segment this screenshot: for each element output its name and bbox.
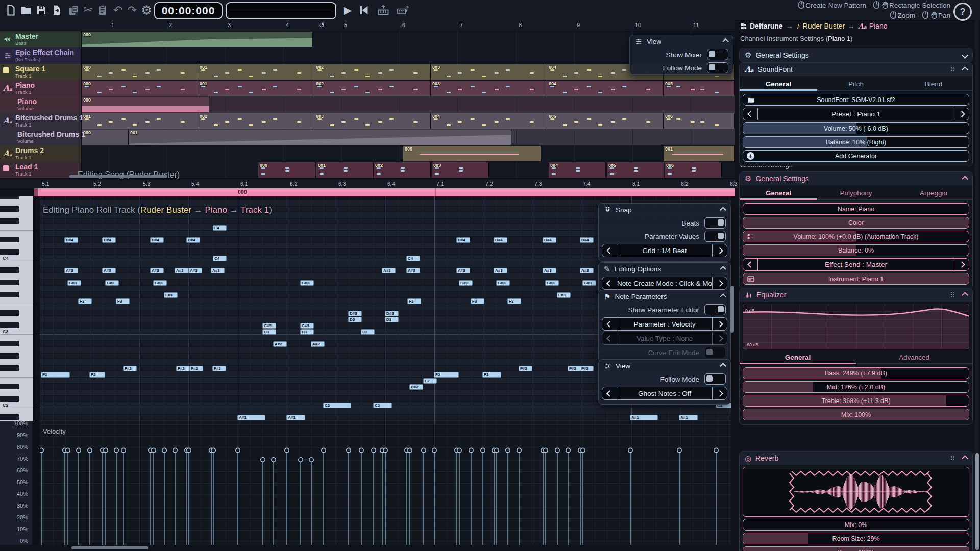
piano-key-black[interactable] <box>0 196 19 199</box>
pattern-clip[interactable]: 000 <box>82 97 209 112</box>
song-editor-timeline[interactable]: 1234567891011↺ <box>0 20 735 31</box>
stepper-prev-button[interactable] <box>602 387 617 399</box>
piano-roll-note[interactable]: C4 <box>406 256 420 261</box>
seek-bar[interactable] <box>226 2 336 19</box>
pattern-clip[interactable]: 005 <box>607 162 664 178</box>
track-clip-lane[interactable]: 000001002003004005 <box>82 80 735 96</box>
piano-roll-note[interactable]: A#3 <box>382 268 396 273</box>
typing-keyboard-button[interactable] <box>395 2 410 18</box>
slider-bass[interactable]: Bass: 249% (+7.9 dB) <box>743 367 969 379</box>
skip-to-start-button[interactable] <box>356 2 372 18</box>
stepper[interactable]: Note Create Mode : Click & Move <box>602 277 727 290</box>
piano-roll-note[interactable]: A#3 <box>580 268 594 273</box>
piano-roll-note[interactable]: C3 <box>262 329 276 335</box>
stepper[interactable]: Parameter : Velocity <box>602 317 727 331</box>
stepper-next-button[interactable] <box>712 318 727 330</box>
pattern-clip[interactable]: 006 <box>665 162 722 178</box>
drag-handle-icon[interactable]: ⠿ <box>950 66 955 73</box>
pattern-clip[interactable]: 002 <box>374 162 431 178</box>
piano-key-white[interactable] <box>0 335 33 341</box>
soundfont-header[interactable]: AaSoundFont⠿ <box>740 63 972 76</box>
piano-roll-note[interactable]: G#3 <box>105 280 119 286</box>
piano-key-black[interactable] <box>0 237 19 242</box>
breadcrumb-item[interactable]: Deltarune <box>740 22 783 30</box>
track-clip-lane[interactable]: 000 <box>82 96 735 113</box>
toggle-switch[interactable] <box>704 217 726 229</box>
stepper-next-button[interactable] <box>712 244 727 257</box>
piano-roll-note[interactable]: F3 <box>407 298 421 304</box>
piano-roll-note[interactable]: F#3 <box>164 292 178 298</box>
piano-roll-note[interactable]: A#3 <box>543 268 556 273</box>
piano-roll-note[interactable]: F3 <box>78 298 92 304</box>
stepper[interactable]: Effect Send : Master <box>743 258 969 271</box>
piano-key-white[interactable] <box>0 408 33 414</box>
piano-roll-note[interactable]: A#3 <box>64 268 78 273</box>
piano-key-black[interactable] <box>0 280 19 285</box>
tab-general[interactable]: General <box>740 78 817 91</box>
piano-key-black[interactable] <box>0 249 19 255</box>
piano-roll-note[interactable]: F2 <box>434 372 459 378</box>
piano-roll-v-scrollbar[interactable] <box>730 286 734 333</box>
piano-key-black[interactable] <box>0 384 19 389</box>
piano-roll-note[interactable]: C2 <box>323 403 351 408</box>
slider-mid[interactable]: Mid: 126% (+2.0 dB) <box>743 381 969 393</box>
piano-roll-note[interactable]: G#3 <box>67 280 81 286</box>
tab-polyphony[interactable]: Polyphony <box>817 187 895 200</box>
pattern-clip[interactable]: 000 <box>82 81 198 96</box>
piano-key-black[interactable] <box>0 414 19 420</box>
panel-header[interactable]: ⚑Note Parameters <box>599 290 730 303</box>
piano-key-white[interactable] <box>0 273 33 280</box>
reverb-header[interactable]: ◎Reverb⠿ <box>740 452 972 465</box>
piano-roll-note[interactable]: G#3 <box>459 280 473 286</box>
copy-button[interactable] <box>66 2 82 18</box>
piano-roll-note[interactable]: C3 <box>300 329 314 335</box>
piano-roll-note[interactable]: F2 <box>482 372 501 378</box>
open-project-button[interactable] <box>18 2 34 18</box>
piano-roll-note[interactable]: E2 <box>423 378 437 384</box>
piano-roll-note[interactable]: C#3 <box>300 323 314 329</box>
panel-header[interactable]: View <box>599 360 730 372</box>
track-header[interactable]: AaBitcrushed Drums 1Track 1 <box>0 113 82 129</box>
piano-key-white[interactable] <box>0 200 33 206</box>
stepper-next-button[interactable] <box>954 259 969 270</box>
piano-roll-note[interactable]: A#2 <box>273 341 287 347</box>
piano-key-black[interactable] <box>0 310 19 316</box>
piano-input-button[interactable] <box>376 2 391 18</box>
piano-roll-note[interactable]: F#2 <box>580 366 594 371</box>
piano-roll-note[interactable]: F3 <box>116 298 130 304</box>
stepper-next-button[interactable] <box>712 277 727 289</box>
piano-roll-note[interactable]: G#3 <box>496 280 510 286</box>
song-editor-h-scrollbar[interactable] <box>69 175 167 178</box>
toggle-switch[interactable] <box>707 62 728 73</box>
piano-roll-note[interactable]: D#4 <box>186 237 200 243</box>
redo-button[interactable]: ↷ <box>125 2 140 18</box>
piano-roll-note[interactable]: D#4 <box>580 237 594 243</box>
toggle-switch[interactable] <box>704 373 726 385</box>
slider-mix[interactable]: Mix: 0% <box>743 519 969 531</box>
slider-mix[interactable]: Mix: 100% <box>743 409 969 420</box>
piano-roll-note[interactable]: F#2 <box>519 366 532 371</box>
piano-roll-note[interactable]: C#3 <box>262 323 276 329</box>
slider-balance[interactable]: Balance: 0% <box>743 244 969 256</box>
piano-roll-note[interactable]: D#4 <box>150 237 164 243</box>
equalizer-graph[interactable]: 0 dB-60 dB <box>743 304 969 349</box>
stepper-prev-button[interactable] <box>602 277 617 289</box>
tab-blend[interactable]: Blend <box>895 78 972 91</box>
toggle-switch[interactable] <box>704 304 726 315</box>
new-file-button[interactable] <box>3 2 18 18</box>
pattern-lane[interactable]: 000 <box>34 188 735 196</box>
pattern-clip[interactable]: 003 <box>432 162 489 178</box>
cut-button[interactable]: ✂ <box>81 2 96 18</box>
stepper-next-button[interactable] <box>954 108 969 120</box>
pattern-clip[interactable]: 004 <box>549 162 606 178</box>
piano-roll-note[interactable]: D#3 <box>385 311 399 316</box>
piano-roll-note[interactable]: F2 <box>89 372 105 378</box>
piano-roll-note[interactable]: G#3 <box>153 280 167 286</box>
piano-roll-note[interactable]: D3 <box>385 317 399 322</box>
piano-key-black[interactable] <box>0 322 19 328</box>
track-header[interactable]: Bitcrushed Drums 1Volume <box>0 129 82 145</box>
piano-key-black[interactable] <box>0 353 19 359</box>
piano-roll-note[interactable]: F#3 <box>557 292 571 298</box>
piano-key-white[interactable] <box>0 261 33 267</box>
piano-roll-note[interactable]: D#4 <box>64 237 78 243</box>
